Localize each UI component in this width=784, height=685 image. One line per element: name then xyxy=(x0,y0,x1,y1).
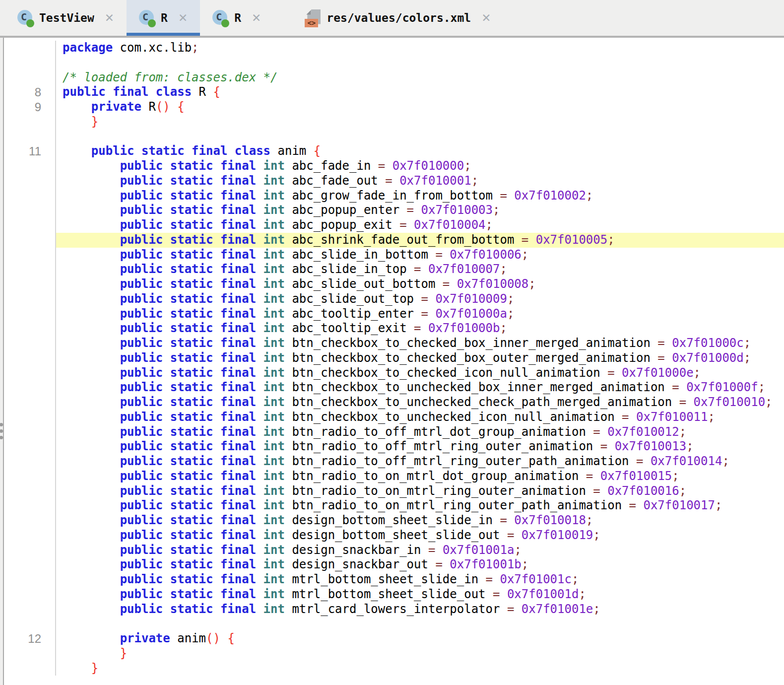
close-icon[interactable]: ✕ xyxy=(178,11,188,24)
code-row xyxy=(4,130,784,144)
code-line[interactable]: public static final int btn_checkbox_to_… xyxy=(56,380,784,395)
code-line[interactable]: public static final int btn_checkbox_to_… xyxy=(56,366,784,381)
code-line[interactable] xyxy=(56,130,784,144)
class-icon-letter: C xyxy=(216,11,222,23)
code-token: ; xyxy=(679,484,686,498)
code-token: ; xyxy=(507,307,514,321)
code-line[interactable]: public static final int btn_radio_to_on_… xyxy=(56,498,784,513)
tab-testview[interactable]: CTestView✕ xyxy=(0,0,127,36)
code-line[interactable]: public static final int abc_slide_in_bot… xyxy=(56,248,784,263)
code-line[interactable]: public static final int abc_tooltip_ente… xyxy=(56,307,784,322)
code-row: public static final int abc_fade_in = 0x… xyxy=(4,159,784,174)
code-line[interactable]: public static final int design_bottom_sh… xyxy=(56,513,784,528)
code-line[interactable]: public static final int design_snackbar_… xyxy=(56,543,784,558)
code-token: int xyxy=(256,277,285,291)
code-token: public static final xyxy=(120,395,257,409)
code-line[interactable]: } xyxy=(56,115,784,130)
code-token: private xyxy=(120,631,170,645)
code-line[interactable]: package com.xc.lib; xyxy=(56,41,784,56)
splitter-handle[interactable] xyxy=(0,38,4,685)
code-token: () xyxy=(206,631,220,645)
line-number xyxy=(4,366,56,381)
code-token: int xyxy=(256,159,285,173)
close-icon[interactable]: ✕ xyxy=(105,11,114,24)
class-icon-status-dot xyxy=(221,19,229,27)
code-line[interactable]: public static final int design_snackbar_… xyxy=(56,557,784,572)
close-icon[interactable]: ✕ xyxy=(481,11,491,24)
code-token: abc_slide_in_top xyxy=(285,262,407,276)
code-token: } xyxy=(120,646,127,660)
code-token: public static final xyxy=(120,439,257,453)
code-line[interactable]: public static final int mtrl_bottom_shee… xyxy=(56,572,784,587)
code-token: design_snackbar_out xyxy=(285,557,428,571)
code-token: public static final xyxy=(120,336,257,350)
code-token: int xyxy=(256,543,285,557)
code-line[interactable]: public static final int btn_radio_to_on_… xyxy=(56,469,784,484)
code-line[interactable] xyxy=(56,616,784,631)
tab-r[interactable]: CR✕ xyxy=(200,0,273,36)
code-line[interactable]: public static final int btn_radio_to_off… xyxy=(56,454,784,469)
code-line[interactable]: public static final int btn_checkbox_to_… xyxy=(56,410,784,425)
code-token: R xyxy=(141,100,156,114)
code-row: 8public final class R { xyxy=(4,85,784,100)
code-line[interactable]: public static final int btn_radio_to_off… xyxy=(56,439,784,454)
code-line[interactable]: public static final int design_bottom_sh… xyxy=(56,528,784,543)
line-number xyxy=(4,646,56,661)
code-line[interactable]: public static final int mtrl_bottom_shee… xyxy=(56,587,784,602)
line-number xyxy=(4,380,56,395)
code-line[interactable]: } xyxy=(56,646,784,661)
code-line[interactable]: public static final int abc_tooltip_exit… xyxy=(56,321,784,336)
editor[interactable]: package com.xc.lib;/* loaded from: class… xyxy=(4,38,784,685)
code-token: ; xyxy=(579,587,586,601)
code-line[interactable]: public static final int abc_slide_out_bo… xyxy=(56,277,784,292)
code-token: public static final xyxy=(120,484,257,498)
line-number xyxy=(4,454,56,469)
close-icon[interactable]: ✕ xyxy=(252,11,261,24)
code-line[interactable]: public static final int btn_checkbox_to_… xyxy=(56,351,784,366)
code-line[interactable]: public static final int btn_checkbox_to_… xyxy=(56,336,784,351)
code-token: int xyxy=(256,528,285,542)
code-token: int xyxy=(256,498,285,512)
code-row: public static final int btn_checkbox_to_… xyxy=(4,395,784,410)
code-token xyxy=(170,100,177,114)
code-line[interactable]: public static final int abc_popup_enter … xyxy=(56,203,784,218)
code-token: btn_checkbox_to_unchecked_box_inner_merg… xyxy=(285,380,665,394)
code-token: anim xyxy=(170,631,206,645)
code-token: public static final xyxy=(120,218,257,232)
code-token: int xyxy=(256,233,285,247)
line-number xyxy=(4,41,56,56)
code-line[interactable]: } xyxy=(56,661,784,676)
line-number xyxy=(4,572,56,587)
code-line[interactable]: public final class R { xyxy=(56,85,784,100)
tab-res-values-colors-xml[interactable]: <>res/values/colors.xml✕ xyxy=(292,0,503,36)
code-token: btn_radio_to_on_mtrl_dot_group_animation xyxy=(285,469,579,483)
code-line[interactable]: public static final int btn_radio_to_on_… xyxy=(56,484,784,499)
code-line[interactable]: /* loaded from: classes.dex */ xyxy=(56,70,784,85)
code-line[interactable]: public static final int btn_radio_to_off… xyxy=(56,425,784,440)
code-line[interactable] xyxy=(56,56,784,70)
code-line[interactable]: public static final int abc_fade_out = 0… xyxy=(56,174,784,189)
code-token: = xyxy=(428,557,450,571)
code-line[interactable]: public static final int abc_slide_in_top… xyxy=(56,262,784,277)
code-line[interactable]: private R() { xyxy=(56,100,784,115)
code-line-highlighted[interactable]: public static final int abc_shrink_fade_… xyxy=(56,233,784,248)
code-line[interactable]: public static final class anim { xyxy=(56,144,784,159)
code-row: public static final int abc_slide_out_bo… xyxy=(4,277,784,292)
code-line[interactable]: public static final int abc_slide_out_to… xyxy=(56,292,784,307)
code-token: int xyxy=(256,410,285,424)
code-line[interactable]: public static final int mtrl_card_lowers… xyxy=(56,602,784,617)
code-token: public static final xyxy=(120,587,257,601)
code-row: } xyxy=(4,661,784,676)
code-row: /* loaded from: classes.dex */ xyxy=(4,70,784,85)
code-row: public static final int mtrl_bottom_shee… xyxy=(4,587,784,602)
code-token: = xyxy=(407,321,428,335)
code-token: public final class xyxy=(63,85,192,99)
code-row: public static final int abc_tooltip_exit… xyxy=(4,321,784,336)
code-line[interactable]: public static final int abc_grow_fade_in… xyxy=(56,189,784,204)
code-line[interactable]: public static final int abc_fade_in = 0x… xyxy=(56,159,784,174)
code-line[interactable]: public static final int btn_checkbox_to_… xyxy=(56,395,784,410)
code-line[interactable]: private anim() { xyxy=(56,631,784,646)
code-row: public static final int btn_radio_to_off… xyxy=(4,439,784,454)
tab-r[interactable]: CR✕ xyxy=(127,0,200,36)
code-line[interactable]: public static final int abc_popup_exit =… xyxy=(56,218,784,233)
